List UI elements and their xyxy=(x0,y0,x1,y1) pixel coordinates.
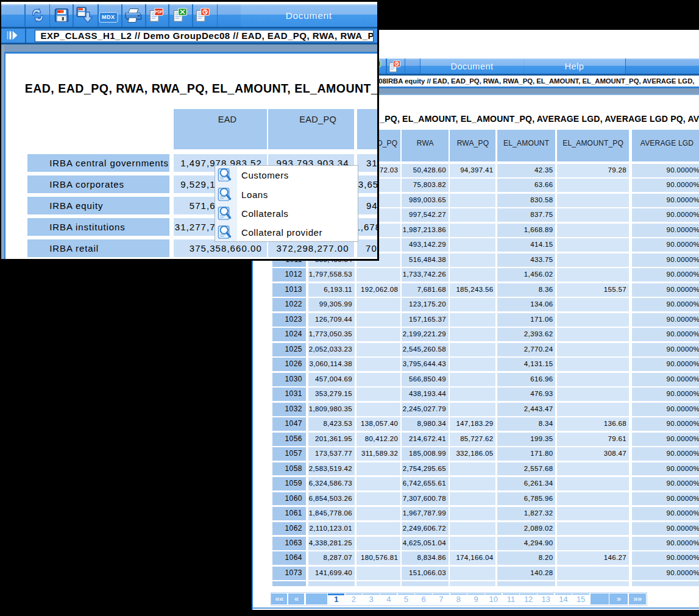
svg-text:PDF: PDF xyxy=(155,10,163,14)
